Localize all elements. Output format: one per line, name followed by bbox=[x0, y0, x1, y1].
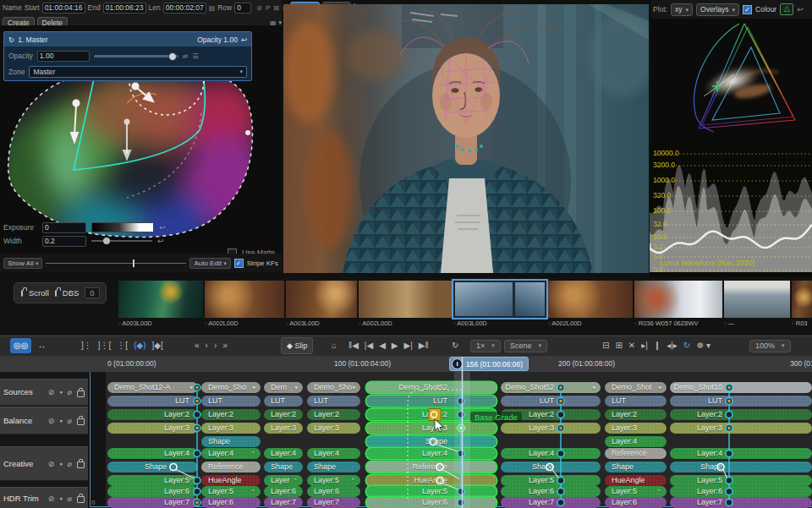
timeline-clip[interactable]: Layer:4 bbox=[107, 448, 198, 459]
timeline-clip[interactable]: Shape bbox=[605, 462, 667, 472]
disable-icon[interactable]: ⊘ bbox=[256, 4, 262, 12]
delete-clip-button[interactable]: ✕ bbox=[628, 338, 635, 353]
clip-collapse-icon[interactable]: ⌃ bbox=[350, 475, 355, 486]
mute-icon[interactable]: ⊘ bbox=[48, 387, 55, 397]
stripe-kfs-checkbox[interactable]: ✓ bbox=[234, 259, 244, 268]
timeline-clip[interactable]: Demo_Shot52▾ bbox=[501, 382, 601, 393]
timeline-clip[interactable]: Layer:5 bbox=[366, 486, 497, 497]
clip-menu-caret-icon[interactable]: ▾ bbox=[189, 382, 193, 393]
clip-collapse-icon[interactable]: ⌃ bbox=[656, 486, 661, 497]
overlays-select[interactable]: Overlays▾ bbox=[696, 3, 739, 16]
gamut-overlay-icon[interactable]: △ bbox=[780, 3, 793, 15]
loop-button[interactable]: ↻ bbox=[452, 338, 458, 353]
timeline-thumbnail[interactable]: R036 W057 06Z8WV bbox=[634, 281, 722, 330]
solo-icon[interactable]: ▪ bbox=[59, 387, 62, 397]
timeline-clip[interactable]: Layer:3 bbox=[501, 423, 601, 434]
split-button[interactable]: ❙ bbox=[654, 338, 661, 353]
dbs-value[interactable]: 0 bbox=[85, 287, 99, 298]
timeline-clip[interactable]: Layer:2 bbox=[670, 409, 812, 420]
scene-select[interactable]: Scene▾ bbox=[504, 340, 547, 352]
slip-button[interactable]: ◆ Slip bbox=[281, 337, 313, 354]
timeline-thumbnail[interactable]: A003L00D bbox=[118, 281, 203, 330]
timeline-clip[interactable]: Shape bbox=[201, 436, 261, 447]
solo-icon[interactable]: ▪ bbox=[59, 494, 62, 504]
timeline-clip[interactable]: Layer:6 bbox=[605, 497, 667, 508]
clip-collapse-icon[interactable]: ⌃ bbox=[293, 475, 298, 486]
clip-menu-caret-icon[interactable]: ▾ bbox=[352, 382, 355, 393]
snap-right-button[interactable]: ▸| bbox=[641, 338, 648, 353]
play-button[interactable]: ▶ bbox=[392, 338, 398, 353]
speed-select[interactable]: 1×▾ bbox=[470, 340, 501, 352]
timeline-clip[interactable]: Layer:4 bbox=[264, 448, 303, 459]
timeline-clip[interactable]: Demo_Shot▾ bbox=[605, 382, 667, 393]
timeline-clip[interactable]: LUT bbox=[366, 396, 497, 407]
refresh-button[interactable]: ↻ bbox=[683, 338, 690, 353]
timeline-clip[interactable]: Layer:3 bbox=[307, 423, 360, 434]
solo-icon[interactable]: ▪ bbox=[59, 459, 62, 469]
timeline-clip[interactable]: Layer:2 bbox=[201, 409, 261, 420]
timeline-thumbnail[interactable]: A002L00D bbox=[548, 281, 633, 330]
timeline-clip[interactable]: Shape bbox=[264, 462, 303, 472]
timeline-clip[interactable]: Layer:7 bbox=[501, 497, 601, 508]
clip-collapse-icon[interactable]: ⌃ bbox=[250, 448, 255, 459]
prev-scene-button[interactable]: « bbox=[195, 338, 200, 353]
clip-menu-caret-icon[interactable]: ▾ bbox=[592, 382, 595, 393]
timeline-clip[interactable]: Layer:7 bbox=[307, 497, 360, 508]
timeline-clip[interactable]: Reference bbox=[201, 462, 261, 472]
opacity-slider[interactable] bbox=[94, 55, 178, 57]
timeline-clip[interactable]: Layer:6 bbox=[501, 486, 601, 497]
exposure-field[interactable]: 0 bbox=[42, 222, 86, 233]
undo-icon[interactable]: ↩ bbox=[241, 36, 247, 44]
timeline-thumbnail[interactable]: A002L00D bbox=[205, 281, 284, 330]
insert-above-button[interactable]: ⊟ bbox=[602, 338, 609, 353]
timeline-clip[interactable]: Demo_Shot12-A▾ bbox=[107, 382, 198, 393]
play-back-button[interactable]: ◀ bbox=[379, 338, 386, 353]
lock-icon[interactable] bbox=[77, 391, 85, 397]
luma-waveform-scope[interactable]: 10000.03200.01000.0320.0100.032.010.03.2… bbox=[650, 144, 812, 280]
timeline-clip[interactable]: Layer:5⌃ bbox=[201, 486, 261, 497]
keyframe-timeline-slider[interactable] bbox=[46, 263, 186, 264]
timeline-clip[interactable]: Layer:6 bbox=[107, 486, 198, 497]
timeline-clip[interactable]: Layer:5⌃ bbox=[307, 475, 360, 486]
resize-button[interactable]: ↔ bbox=[37, 338, 46, 353]
plot-type-select[interactable]: xy▾ bbox=[671, 3, 693, 16]
clip-menu-caret-icon[interactable]: ▾ bbox=[658, 382, 661, 393]
start-timecode-field[interactable]: 01:00:04:16 bbox=[42, 3, 85, 14]
lock-icon[interactable] bbox=[77, 496, 85, 503]
timeline-clip[interactable]: Layer:6 bbox=[366, 497, 497, 508]
hide-icon[interactable]: ⌀ bbox=[68, 459, 72, 469]
solo-icon[interactable]: ▪ bbox=[59, 416, 62, 426]
hide-icon[interactable]: ⌀ bbox=[68, 387, 72, 397]
timeline-clip[interactable]: LUT bbox=[605, 396, 667, 407]
timeline-thumbnail[interactable]: A003L00D bbox=[286, 281, 357, 330]
keyframe-mode-button[interactable]: (◆) bbox=[134, 338, 145, 353]
timeline-thumbnail[interactable]: A003L00D bbox=[453, 281, 546, 330]
timeline-clip[interactable]: Layer:3 bbox=[264, 423, 303, 434]
settings-menu-button[interactable]: ☸ ▾ bbox=[696, 338, 710, 353]
timeline-clip[interactable]: LUT bbox=[501, 396, 601, 407]
clip-collapse-icon[interactable]: ⌃ bbox=[188, 475, 193, 486]
link-icon[interactable]: ⇌ bbox=[183, 52, 189, 60]
timeline-clip[interactable]: Layer:4 bbox=[366, 448, 497, 459]
timeline-clip[interactable]: LUT bbox=[107, 396, 198, 407]
timeline-clip[interactable]: HueAngle bbox=[201, 475, 261, 486]
keyframe-range-button[interactable]: ]◆[ bbox=[151, 338, 162, 353]
timeline-clip[interactable]: Layer:5 bbox=[501, 475, 601, 486]
timeline-clip[interactable]: Layer:5 bbox=[670, 475, 812, 486]
image-viewer[interactable] bbox=[283, 4, 649, 273]
row-field[interactable]: 0 bbox=[234, 3, 251, 14]
timeline-clip[interactable]: Demo_Shot52 bbox=[366, 382, 497, 393]
timeline-clip[interactable]: HueAngle bbox=[605, 475, 667, 486]
exposure-undo-icon[interactable]: ↩ bbox=[159, 223, 166, 232]
width-slider[interactable] bbox=[91, 240, 152, 242]
p-flag-icon[interactable]: P bbox=[266, 4, 270, 12]
timeline-clip[interactable]: Layer:6 bbox=[201, 497, 261, 508]
timeline-clip[interactable]: Layer:6 bbox=[670, 486, 812, 497]
timeline-clip[interactable]: Shape bbox=[501, 462, 601, 472]
timeline-clip[interactable]: Layer⌃ bbox=[264, 475, 303, 486]
zoom-select[interactable]: 100%▾ bbox=[749, 340, 791, 352]
timeline-clip[interactable]: Layer:3 bbox=[605, 423, 667, 434]
timeline-clip[interactable]: Shape bbox=[307, 462, 360, 472]
end-timecode-field[interactable]: 01:00:06:23 bbox=[103, 3, 146, 14]
timeline-clip[interactable]: Shape bbox=[670, 462, 812, 472]
